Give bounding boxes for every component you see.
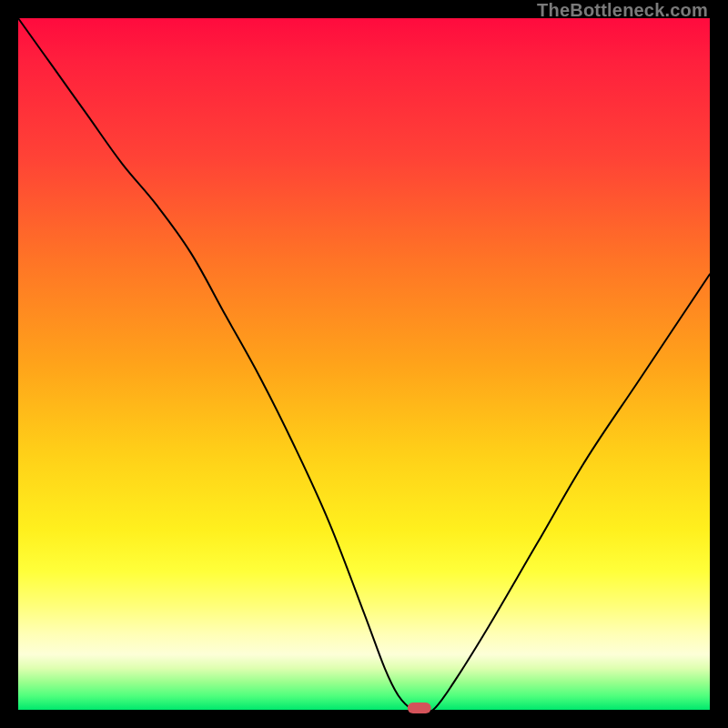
curve-svg [18, 18, 710, 710]
chart-frame: TheBottleneck.com [0, 0, 728, 728]
plot-area [18, 18, 710, 710]
minimum-marker [408, 703, 431, 713]
bottleneck-curve [18, 18, 710, 712]
